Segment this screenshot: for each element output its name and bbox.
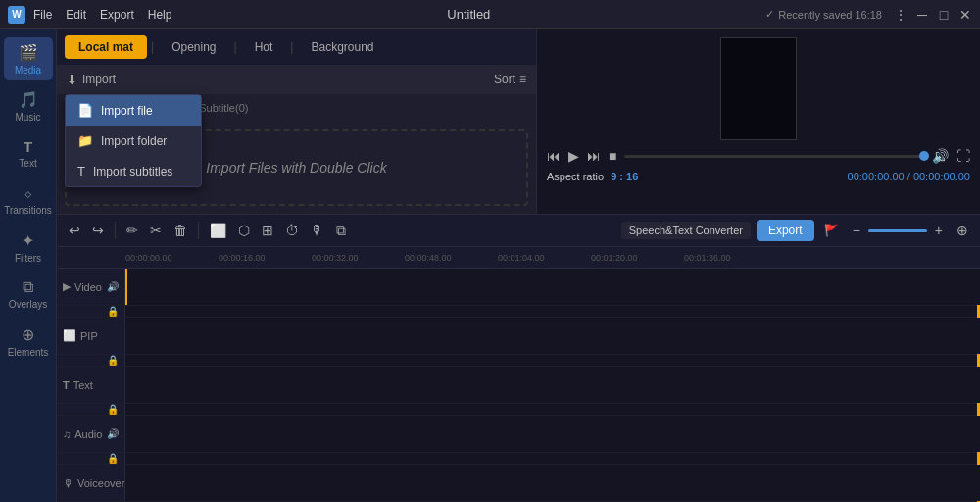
sidebar-label-elements: Elements xyxy=(8,347,49,358)
skip-forward-button[interactable]: ⏭ xyxy=(587,148,601,164)
toolbar-right: Speech&Text Converter Export 🚩 − + ⊕ xyxy=(621,220,972,241)
import-button[interactable]: ⬇ Import xyxy=(67,73,116,87)
sidebar-label-filters: Filters xyxy=(15,253,41,264)
sidebar-item-music[interactable]: 🎵 Music xyxy=(4,84,53,127)
import-subtitles-option[interactable]: T Import subtitles xyxy=(66,156,201,186)
redo-button[interactable]: ↪ xyxy=(88,220,108,241)
lock-bar-text: 🔒 xyxy=(57,404,125,415)
timer-button[interactable]: ⏱ xyxy=(281,220,303,241)
media-tabs: Local mat | Opening | Hot | Background xyxy=(57,29,536,65)
sort-button[interactable]: Sort ≡ xyxy=(494,73,526,86)
speech-text-converter[interactable]: Speech&Text Converter xyxy=(621,222,751,239)
pip-track-area[interactable] xyxy=(125,318,980,354)
pip-track-label: PIP xyxy=(80,330,98,342)
audio-track-icon: ♫ xyxy=(63,428,71,440)
ruler-mark-2: 00:00:32.00 xyxy=(312,253,405,263)
crop-button[interactable]: ⬜ xyxy=(206,220,230,241)
track-label-text: T Text xyxy=(57,367,125,403)
preview-panel: ⏮ ▶ ⏭ ■ 🔊 ⛶ Aspect ratio 9 : 16 xyxy=(537,29,980,214)
audio-track-area[interactable] xyxy=(125,416,980,452)
close-button[interactable]: ✕ xyxy=(958,8,972,22)
more-options-button[interactable]: ⋮ xyxy=(894,8,907,22)
tab-opening[interactable]: Opening xyxy=(158,35,229,59)
check-icon: ✓ xyxy=(765,8,774,21)
stop-button[interactable]: ■ xyxy=(609,148,616,164)
ruler-mark-6: 00:01:36.00 xyxy=(684,253,777,263)
preview-screen xyxy=(720,37,797,140)
aspect-value: 9 : 16 xyxy=(611,171,638,182)
minimize-button[interactable]: ─ xyxy=(915,8,929,22)
track-pip-lock-bar: 🔒 xyxy=(57,355,980,367)
skip-back-button[interactable]: ⏮ xyxy=(547,148,561,164)
menu-help[interactable]: Help xyxy=(148,8,172,22)
sidebar-label-overlays: Overlays xyxy=(9,299,47,310)
cursor-video xyxy=(125,269,127,305)
toolbar: ↩ ↪ ✏ ✂ 🗑 ⬜ ⬡ ⊞ ⏱ 🎙 ⧉ Speech&Text Conver… xyxy=(57,214,980,247)
filter-subtitle[interactable]: Subtitle(0) xyxy=(199,102,248,114)
zoom-in-button[interactable]: + xyxy=(931,220,947,241)
tab-hot[interactable]: Hot xyxy=(241,35,287,59)
menu-edit[interactable]: Edit xyxy=(66,8,86,22)
zoom-controls: − + xyxy=(849,220,947,241)
track-audio-lock-bar: 🔒 xyxy=(57,453,980,465)
time-display: 00:00:00.00 / 00:00:00.00 xyxy=(848,171,970,182)
edit-button[interactable]: ✏ xyxy=(122,220,142,241)
volume-icon-video[interactable]: 🔊 xyxy=(107,281,119,292)
text-track-area[interactable] xyxy=(125,367,980,403)
voiceover-track-area[interactable] xyxy=(125,465,980,501)
window-title: Untitled xyxy=(447,7,490,22)
sidebar-item-text[interactable]: T Text xyxy=(4,131,53,175)
preview-controls: ⏮ ▶ ⏭ ■ 🔊 ⛶ xyxy=(537,144,980,168)
import-bar: ⬇ Import Sort ≡ 📄 Import file xyxy=(57,65,536,94)
split-button[interactable]: ⊞ xyxy=(258,220,277,241)
menu-file[interactable]: File xyxy=(33,8,52,22)
zoom-out-button[interactable]: − xyxy=(849,220,864,241)
sidebar-item-filters[interactable]: ✦ Filters xyxy=(4,226,53,269)
export-button[interactable]: Export xyxy=(757,220,814,241)
tab-local-mat[interactable]: Local mat xyxy=(65,35,147,59)
volume-button[interactable]: 🔊 xyxy=(932,148,949,164)
voice-button[interactable]: 🎙 xyxy=(307,220,328,241)
zoom-slider[interactable] xyxy=(868,229,927,232)
delete-button[interactable]: 🗑 xyxy=(170,220,191,241)
track-label-pip: ⬜ PIP xyxy=(57,318,125,354)
volume-icon-audio[interactable]: 🔊 xyxy=(107,428,119,439)
progress-thumb[interactable] xyxy=(919,151,929,161)
voiceover-track-label: Voiceover xyxy=(77,477,124,489)
maximize-button[interactable]: □ xyxy=(937,8,951,22)
sidebar-item-overlays[interactable]: ⧉ Overlays xyxy=(4,273,53,316)
timeline-ruler: 00:00:00.00 00:00:16.00 00:00:32.00 00:0… xyxy=(57,247,980,269)
media-icon: 🎬 xyxy=(19,43,38,62)
titlebar: W File Edit Export Help Untitled ✓ Recen… xyxy=(0,0,980,29)
sidebar-item-elements[interactable]: ⊕ Elements xyxy=(4,320,53,363)
import-folder-option[interactable]: 📁 Import folder xyxy=(66,126,201,156)
play-button[interactable]: ▶ xyxy=(568,148,579,164)
fullscreen-button[interactable]: ⛶ xyxy=(956,148,970,164)
overlay-button[interactable]: ⧉ xyxy=(332,220,350,242)
transform-button[interactable]: ⬡ xyxy=(234,220,254,241)
ruler-mark-5: 00:01:20.00 xyxy=(591,253,684,263)
preview-progress-bar[interactable] xyxy=(624,155,924,158)
tab-sep-3: | xyxy=(290,40,293,54)
toolbar-sep-1 xyxy=(115,222,116,239)
tab-background[interactable]: Background xyxy=(297,35,387,59)
overlays-icon: ⧉ xyxy=(23,278,33,296)
filters-icon: ✦ xyxy=(22,231,34,250)
lock-bar-audio: 🔒 xyxy=(57,453,125,464)
menu-export[interactable]: Export xyxy=(100,8,134,22)
transitions-icon: ⬦ xyxy=(24,184,33,202)
time-current: 00:00:00.00 xyxy=(848,171,905,182)
audio-track-label: Audio xyxy=(74,428,102,440)
import-file-option[interactable]: 📄 Import file xyxy=(66,95,201,126)
elements-icon: ⊕ xyxy=(22,326,34,344)
aspect-bar: Aspect ratio 9 : 16 00:00:00.00 / 00:00:… xyxy=(537,168,980,185)
toolbar-sep-2 xyxy=(198,222,199,239)
cut-button[interactable]: ✂ xyxy=(146,220,166,241)
sidebar: 🎬 Media 🎵 Music T Text ⬦ Transitions ✦ F… xyxy=(0,29,57,502)
video-track-area[interactable] xyxy=(125,269,980,305)
add-track-button[interactable]: ⊕ xyxy=(953,220,972,241)
ruler-marks: 00:00:00.00 00:00:16.00 00:00:32.00 00:0… xyxy=(125,253,980,263)
sidebar-item-media[interactable]: 🎬 Media xyxy=(4,37,53,80)
undo-button[interactable]: ↩ xyxy=(65,220,84,241)
sidebar-item-transitions[interactable]: ⬦ Transitions xyxy=(4,178,53,222)
